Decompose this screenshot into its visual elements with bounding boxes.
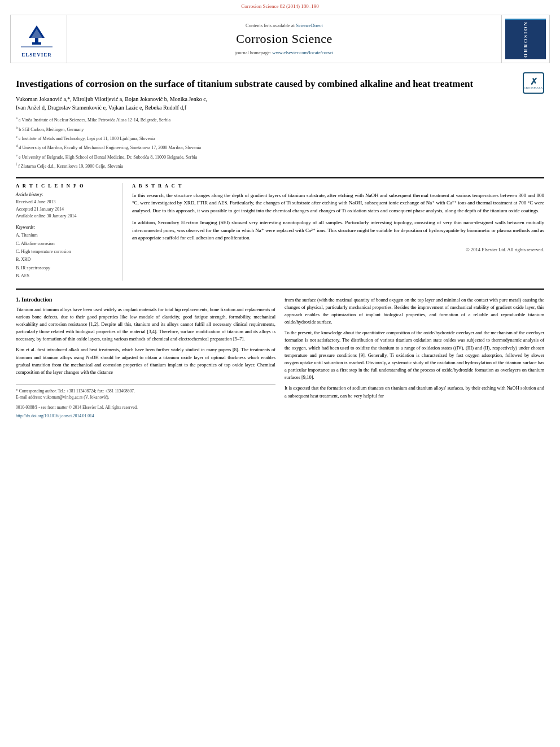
intro-heading: 1. Introduction: [16, 296, 275, 303]
authors-line2: Ivan Anžel d, Dragoslav Stamenković e, V…: [16, 103, 544, 112]
journal-reference: Corrosion Science 82 (2014) 180–190: [241, 3, 318, 9]
right-paragraph3: It is expected that the formation of sod…: [285, 385, 544, 399]
affiliation-e: e e University of Belgrade, High School …: [16, 152, 544, 161]
elsevier-logo: ELSEVIER: [16, 21, 57, 58]
affiliations: a a Vinča Institute of Nuclear Sciences,…: [16, 115, 544, 171]
body-right-column: from the surface (with the maximal quant…: [285, 296, 544, 420]
journal-header: ELSEVIER Contents lists available at Sci…: [10, 15, 550, 63]
abstract-column: A B S T R A C T In this research, the st…: [132, 183, 544, 281]
keywords-section: Keywords: A. Titanium C. Alkaline corros…: [16, 225, 116, 280]
info-abstract-columns: A R T I C L E I N F O Article history: R…: [16, 177, 544, 281]
keyword-3: C. High temperature corrosion: [16, 248, 116, 256]
authors-line1: Vukoman Jokanović a,*, Miroljub Vilotije…: [16, 95, 544, 103]
homepage-url[interactable]: www.elsevier.com/locate/corsci: [272, 50, 333, 55]
sciencedirect-link[interactable]: ScienceDirect: [296, 23, 323, 28]
crossmark-label: CrossMark: [524, 86, 543, 89]
main-body: 1. Introduction Titanium and titanium al…: [16, 289, 544, 420]
footnote-section: * Corresponding author. Tel.: +381 11340…: [16, 384, 275, 419]
intro-paragraph2: Kim et al. first introduced alkali and h…: [16, 346, 275, 376]
doi-line: http://dx.doi.org/10.1016/j.corsci.2014.…: [16, 413, 275, 419]
corrosion-vertical-text: CORROSION: [523, 21, 528, 59]
article-content: Investigations of corrosion on the surfa…: [0, 67, 560, 425]
doi-link[interactable]: http://dx.doi.org/10.1016/j.corsci.2014.…: [16, 413, 94, 418]
affiliation-a: a a Vinča Institute of Nuclear Sciences,…: [16, 115, 544, 124]
sciencedirect-line: Contents lists available at ScienceDirec…: [246, 23, 323, 28]
journal-homepage-line: journal homepage: www.elsevier.com/locat…: [235, 50, 334, 55]
crossmark-badge[interactable]: ✗ CrossMark: [523, 72, 544, 94]
article-info-heading: A R T I C L E I N F O: [16, 183, 116, 189]
crossmark-icon: ✗: [530, 77, 537, 86]
affiliation-f: f f Zlatarna Celje d.d., Kersnikova 19, …: [16, 161, 544, 170]
article-info-column: A R T I C L E I N F O Article history: R…: [16, 183, 123, 281]
page-container: Corrosion Science 82 (2014) 180–190 ELSE…: [0, 0, 560, 425]
journal-title: Corrosion Science: [236, 32, 332, 46]
journal-logo-right: SCIENCE CORROSION: [501, 15, 549, 63]
keyword-1: A. Titanium: [16, 231, 116, 239]
right-paragraph1: from the surface (with the maximal quant…: [285, 296, 544, 326]
article-title: Investigations of corrosion on the surfa…: [16, 78, 517, 90]
intro-paragraph1: Titanium and titanium alloys have been u…: [16, 306, 275, 343]
top-bar: Corrosion Science 82 (2014) 180–190: [0, 0, 560, 11]
corrosion-science-logo: SCIENCE CORROSION: [505, 19, 546, 59]
accepted-date: Accepted 21 January 2014: [16, 206, 116, 213]
affiliation-d: d d University of Maribor, Faculty of Me…: [16, 143, 544, 151]
publisher-logo-area: ELSEVIER: [11, 15, 67, 63]
available-online-date: Available online 30 January 2014: [16, 213, 116, 220]
journal-info-center: Contents lists available at ScienceDirec…: [67, 15, 501, 63]
received-date: Received 4 June 2013: [16, 199, 116, 206]
body-left-column: 1. Introduction Titanium and titanium al…: [16, 296, 275, 420]
keyword-2: C. Alkaline corrosion: [16, 240, 116, 248]
abstract-paragraph1: In this research, the structure changes …: [132, 192, 544, 215]
history-label: Article history:: [16, 192, 116, 197]
abstract-copyright: © 2014 Elsevier Ltd. All rights reserved…: [132, 247, 544, 252]
article-history: Article history: Received 4 June 2013 Ac…: [16, 192, 116, 220]
elsevier-logo-icon: [16, 21, 57, 51]
corrosion-logo-body: CORROSION: [522, 20, 530, 59]
keyword-5: B. IR spectroscopy: [16, 264, 116, 272]
svg-rect-1: [32, 42, 41, 45]
elsevier-text: ELSEVIER: [21, 52, 52, 58]
abstract-heading: A B S T R A C T: [132, 183, 544, 189]
affiliation-b: b b SGI Carbon, Meitingen, Germany: [16, 125, 544, 133]
keywords-label: Keywords:: [16, 225, 116, 230]
title-row: Investigations of corrosion on the surfa…: [16, 72, 544, 95]
affiliation-c: c c Institute of Metals and Technology, …: [16, 134, 544, 142]
keyword-4: B. XRD: [16, 256, 116, 264]
corresponding-footnote: * Corresponding author. Tel.: +381 11340…: [16, 388, 275, 394]
keyword-6: B. AES: [16, 272, 116, 280]
email-footnote: E-mail address: vukoman@vin.bg.ac.rs (V.…: [16, 394, 275, 400]
authors: Vukoman Jokanović a,*, Miroljub Vilotije…: [16, 95, 544, 112]
issn-line: 0010-9388/$ - see front matter © 2014 El…: [16, 404, 275, 410]
abstract-paragraph2: In addition, Secondary Electron Imaging …: [132, 219, 544, 242]
right-paragraph2: To the present, the knowledge about the …: [285, 329, 544, 381]
